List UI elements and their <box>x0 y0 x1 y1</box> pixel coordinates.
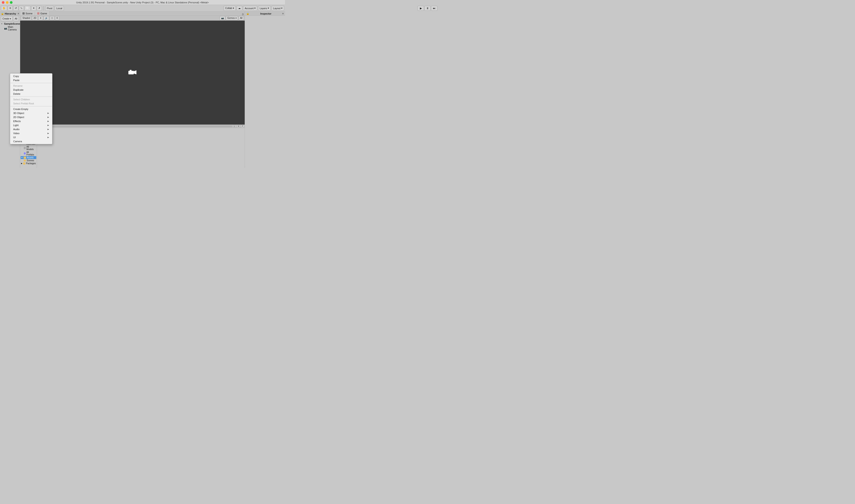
game-tab[interactable]: Game <box>35 12 50 16</box>
menu-item-paste[interactable]: Paste <box>10 78 52 82</box>
view-bottom-bar: 🔍 ◱ ⊟ ✗ <box>20 125 245 128</box>
hierarchy-header: 🔒 Hierarchy ≡ <box>0 12 20 16</box>
audio-btn[interactable]: 🔊 <box>44 16 49 20</box>
view-btn2[interactable]: ⊟ <box>237 125 240 128</box>
scene-name: SampleScene <box>4 22 20 25</box>
menu-item-label-0: Copy <box>13 75 19 77</box>
svg-marker-1 <box>134 70 137 74</box>
menu-item-select-prefab-root: Select Prefab Root <box>10 102 52 106</box>
view-btn1[interactable]: ◱ <box>233 125 236 128</box>
camera-icon: 📷 <box>4 27 7 30</box>
menu-item-video[interactable]: Video▶ <box>10 131 52 135</box>
transform-tool-btn[interactable]: ✦ <box>31 6 36 11</box>
right-toolbar: Collab ▾ ☁ Account ▾ Layers ▾ Layout ▾ <box>224 6 284 11</box>
context-menu: CopyPasteRenameDuplicateDeleteSelect Chi… <box>10 73 52 144</box>
packages-label: Packages <box>26 162 36 165</box>
scroll-bar[interactable] <box>25 125 232 127</box>
collab-button[interactable]: Collab ▾ <box>224 6 236 11</box>
scenes-label: Scenes <box>26 159 34 162</box>
menu-item-label-10: Create Empty <box>13 108 28 110</box>
assets-item[interactable]: ▼ Assets <box>21 156 36 159</box>
custom-tool-btn[interactable]: ✗ <box>37 6 42 11</box>
hidden-count-btn[interactable]: 0 <box>55 16 59 20</box>
menu-separator-2 <box>10 83 52 83</box>
menu-item-label-11: 3D Object <box>13 112 24 114</box>
lock-icon: 🔒 <box>1 12 4 15</box>
close-button[interactable] <box>2 1 4 4</box>
main-camera-label: Main Camera <box>8 25 19 31</box>
menu-item-duplicate[interactable]: Duplicate <box>10 88 52 92</box>
rect-tool-btn[interactable]: ⬜ <box>24 6 31 11</box>
menu-item-delete[interactable]: Delete <box>10 92 52 96</box>
hierarchy-all-btn[interactable]: All <box>13 16 19 21</box>
scenes-item[interactable]: Scenes <box>21 159 36 162</box>
move-tool-btn[interactable]: ✛ <box>7 6 13 11</box>
pivot-button[interactable]: Pivot <box>45 6 54 11</box>
packages-expand-icon: ▶ <box>21 162 22 164</box>
menu-item-effects[interactable]: Effects▶ <box>10 119 52 123</box>
account-button[interactable]: Account ▾ <box>243 6 257 11</box>
inspector-title: Inspector <box>260 12 271 15</box>
menu-item-label-8: Select Prefab Root <box>13 102 34 105</box>
bottom-area: Project Console Create ▾ ▼ Favorites <box>20 128 245 168</box>
scene-expand-icon: ▼ <box>1 23 3 25</box>
assets-icon <box>23 157 26 159</box>
scene-camera-btn[interactable]: 📷 <box>220 16 225 20</box>
svg-rect-0 <box>128 71 134 74</box>
effects-btn[interactable]: ⬡ <box>50 16 54 20</box>
menu-item-label-4: Duplicate <box>13 89 23 91</box>
window-title: Unity 2019.1.5f1 Personal - SampleScene.… <box>76 1 209 4</box>
inspector-panel: 🔒 Inspector ≡ <box>245 12 285 168</box>
hierarchy-title: Hierarchy <box>5 12 16 15</box>
traffic-lights <box>2 1 13 4</box>
menu-item-label-5: Delete <box>13 92 20 95</box>
scene-tab[interactable]: Scene <box>20 12 35 16</box>
gizmos-btn[interactable]: Gizmos ▾ <box>226 16 238 20</box>
maximize-button[interactable] <box>10 1 13 4</box>
menu-item-label-18: Camera <box>13 140 22 143</box>
scene-all-btn[interactable]: All <box>238 16 244 20</box>
all-models-item[interactable]: All Models <box>21 145 36 151</box>
menu-item-audio[interactable]: Audio▶ <box>10 127 52 131</box>
submenu-arrow-12: ▶ <box>48 116 49 118</box>
scene-viewport[interactable] <box>20 21 245 125</box>
all-prefabs-icon <box>24 152 26 155</box>
packages-item[interactable]: ▶ Packages <box>21 162 36 165</box>
cloud-button[interactable]: ☁ <box>237 6 242 11</box>
hierarchy-collapse-icon: ≡ <box>18 12 19 15</box>
menu-item-camera[interactable]: Camera <box>10 139 52 143</box>
menu-item-select-children: Select Children <box>10 97 52 102</box>
layers-button[interactable]: Layers ▾ <box>258 6 271 11</box>
shading-mode-btn[interactable]: Shaded <box>21 16 31 20</box>
view-btn3[interactable]: ✗ <box>241 125 244 128</box>
hand-tool-btn[interactable]: ✋ <box>1 6 7 11</box>
all-prefabs-item[interactable]: All Prefabs <box>21 151 36 156</box>
minimize-button[interactable] <box>6 1 8 4</box>
menu-item-label-7: Select Children <box>13 98 30 101</box>
2d-btn[interactable]: 2D <box>32 16 38 20</box>
menu-item-create-empty[interactable]: Create Empty <box>10 107 52 111</box>
main-camera-item[interactable]: 📷 Main Camera <box>0 25 19 31</box>
menu-item-label-16: Video <box>13 132 19 134</box>
submenu-arrow-16: ▶ <box>48 132 49 134</box>
menu-item-rename: Rename <box>10 84 52 88</box>
menu-item-3d-object[interactable]: 3D Object▶ <box>10 111 52 115</box>
scale-tool-btn[interactable]: ⤡ <box>19 6 24 11</box>
menu-item-light[interactable]: Light▶ <box>10 123 52 127</box>
view-area: Scene Game ⟨⟩ Shaded 2D ☀ 🔊 ⬡ 0 📷 <box>20 12 245 128</box>
menu-item-copy[interactable]: Copy <box>10 74 52 78</box>
layout-button[interactable]: Layout ▾ <box>271 6 284 11</box>
menu-item-ui[interactable]: UI▶ <box>10 135 52 139</box>
console-panel <box>37 128 245 168</box>
menu-item-2d-object[interactable]: 2D Object▶ <box>10 115 52 119</box>
rotate-tool-btn[interactable]: ↺ <box>13 6 18 11</box>
local-button[interactable]: Local <box>55 6 64 11</box>
all-prefabs-label: All Prefabs <box>26 151 36 156</box>
menu-item-label-13: Effects <box>13 120 21 123</box>
submenu-arrow-11: ▶ <box>48 112 49 114</box>
hierarchy-create-btn[interactable]: Create ▾ <box>1 16 13 21</box>
svg-rect-2 <box>130 70 131 71</box>
layout-arrow-icon: ▾ <box>281 7 283 10</box>
submenu-arrow-14: ▶ <box>48 124 49 126</box>
lighting-btn[interactable]: ☀ <box>38 16 43 20</box>
